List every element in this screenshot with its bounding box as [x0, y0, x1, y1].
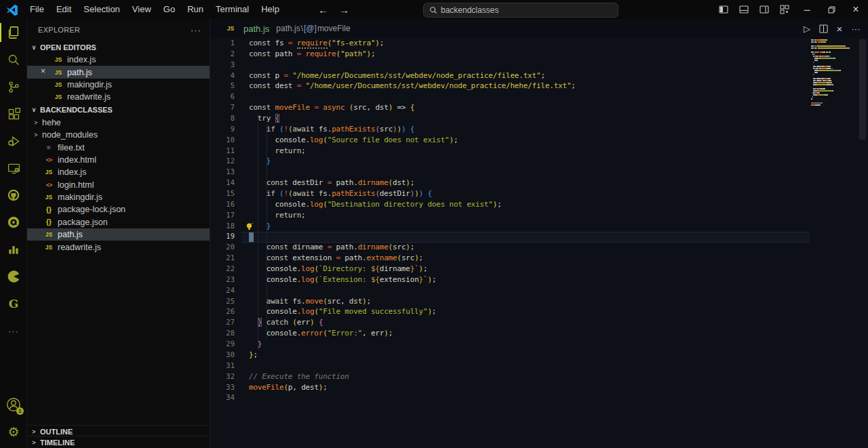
open-editor-path.js[interactable]: ×JSpath.js [27, 66, 210, 78]
open-editors-header[interactable]: ∨ OPEN EDITORS [27, 41, 210, 54]
file-login.html[interactable]: <>login.html [27, 179, 210, 191]
file-path.js[interactable]: JSpath.js [27, 228, 210, 241]
minimap-token [831, 80, 831, 81]
minimap-token [819, 90, 832, 91]
minimap-token [830, 66, 831, 67]
explorer-icon[interactable] [0, 19, 27, 46]
minimap[interactable] [811, 39, 854, 108]
back-arrow-icon[interactable]: ← [318, 4, 328, 16]
g-extension-icon[interactable]: G [0, 290, 27, 317]
tree-item-label: hehe [42, 118, 61, 127]
more-actions-icon[interactable]: ··· [848, 24, 864, 34]
github-icon[interactable] [0, 182, 27, 209]
folder-node_modules[interactable]: >node_modules [27, 129, 210, 141]
more-extensions-icon[interactable]: ··· [0, 317, 27, 344]
token: dirname [358, 178, 389, 187]
token [249, 318, 258, 327]
pie-extension-icon[interactable] [0, 263, 27, 290]
html-file-icon: <> [43, 157, 54, 163]
remote-explorer-icon[interactable] [0, 155, 27, 182]
token: if [267, 189, 275, 198]
menu-item-terminal[interactable]: Terminal [210, 0, 255, 19]
json-file-icon: {} [43, 218, 54, 226]
line-text: await fs.move(src, dst); [249, 296, 371, 307]
tab-path-js[interactable]: JS path.js [225, 24, 269, 34]
menu-item-file[interactable]: File [24, 0, 50, 19]
minimap-token [833, 90, 833, 91]
forward-arrow-icon[interactable]: → [339, 4, 349, 16]
file-index.html[interactable]: <>index.html [27, 154, 210, 166]
timeline-section[interactable]: > TIMELINE [27, 436, 210, 448]
menu-item-go[interactable]: Go [157, 0, 181, 19]
open-editor-index.js[interactable]: JSindex.js [27, 54, 210, 66]
menu-item-help[interactable]: Help [255, 0, 285, 19]
code-line-21: 21 const extension = path.extname(src); [210, 253, 868, 264]
stats-extension-icon[interactable] [0, 236, 27, 263]
token: return [275, 146, 302, 155]
code-area[interactable]: 1const fs = require("fs-extra");2const p… [210, 38, 868, 448]
search-sidebar-icon[interactable] [0, 46, 27, 73]
settings-gear-icon[interactable]: ⚙ [0, 418, 27, 445]
toggle-secondary-sidebar-icon[interactable] [754, 0, 774, 19]
minimap-token [816, 80, 822, 81]
run-and-debug-icon[interactable] [0, 127, 27, 155]
accounts-icon[interactable]: 1 [0, 391, 27, 418]
explorer-actions-icon[interactable]: ··· [191, 25, 201, 35]
line-text: } catch (err) { [249, 317, 323, 328]
minimap-token [812, 96, 813, 98]
token [249, 243, 267, 251]
toggle-panel-icon[interactable] [734, 0, 754, 19]
line-text: try { [249, 113, 279, 124]
toggle-primary-sidebar-icon[interactable] [713, 0, 734, 19]
token: } [258, 340, 262, 348]
code-line-32: 32// Execute the function [210, 371, 868, 382]
extensions-icon[interactable] [0, 100, 27, 127]
menu-item-run[interactable]: Run [181, 0, 210, 19]
menu-item-view[interactable]: View [126, 0, 157, 19]
run-file-icon[interactable]: ▷ [799, 24, 815, 34]
minimap-token [811, 47, 814, 49]
workspace-header[interactable]: ∨ BACKENDCLASSES [27, 104, 210, 117]
source-control-icon[interactable] [0, 73, 27, 100]
token: pathExists [332, 189, 375, 198]
lightbulb-icon[interactable] [245, 222, 254, 230]
menu-item-selection[interactable]: Selection [77, 0, 125, 19]
code-line-26: 26 console.log("File moved successfully"… [210, 306, 868, 317]
code-line-13: 13 [210, 167, 868, 178]
chat-extension-icon[interactable] [0, 209, 27, 236]
token: ; [423, 264, 427, 273]
code-line-12: 12 } [210, 156, 868, 167]
token: err [366, 329, 384, 338]
token: src [380, 125, 393, 134]
line-number: 19 [210, 231, 235, 242]
code-line-17: 17 return; [210, 210, 868, 221]
close-window-button[interactable]: × [844, 0, 868, 19]
breadcrumb[interactable]: path.js \ [@] moveFile [276, 24, 350, 33]
menu-item-edit[interactable]: Edit [50, 0, 77, 19]
file-index.js[interactable]: JSindex.js [27, 166, 210, 178]
token: p [271, 71, 283, 80]
token: dirname [358, 243, 389, 251]
open-editor-makingdir.js[interactable]: JSmakingdir.js [27, 79, 210, 91]
file-readwrite.js[interactable]: JSreadwrite.js [27, 241, 210, 253]
scrollbar-thumb[interactable] [859, 39, 866, 140]
close-editor-icon[interactable]: × [831, 23, 848, 35]
file-package.json[interactable]: {}package.json [27, 216, 210, 228]
token: console [249, 200, 306, 209]
token: async [323, 103, 344, 112]
minimize-button[interactable]: ─ [795, 0, 819, 19]
split-editor-icon[interactable] [815, 24, 831, 34]
file-filee.txt[interactable]: ≡filee.txt [27, 141, 210, 153]
code-line-2: 2const path = require("path"); [210, 49, 868, 60]
folder-hehe[interactable]: >hehe [27, 117, 210, 129]
file-package-lock.json[interactable]: {}package-lock.json [27, 203, 210, 216]
open-editor-readwrite.js[interactable]: JSreadwrite.js [27, 91, 210, 103]
close-editor-icon[interactable]: × [41, 66, 45, 76]
code-line-23: 23 console.log(`Extension: ${extension}`… [210, 274, 868, 285]
token: log [310, 200, 323, 209]
file-makingdir.js[interactable]: JSmakingdir.js [27, 191, 210, 203]
token: catch [267, 318, 288, 327]
restore-button[interactable] [819, 0, 844, 19]
customize-layout-icon[interactable] [774, 0, 795, 19]
command-center-search[interactable]: backendclasses [423, 3, 618, 18]
